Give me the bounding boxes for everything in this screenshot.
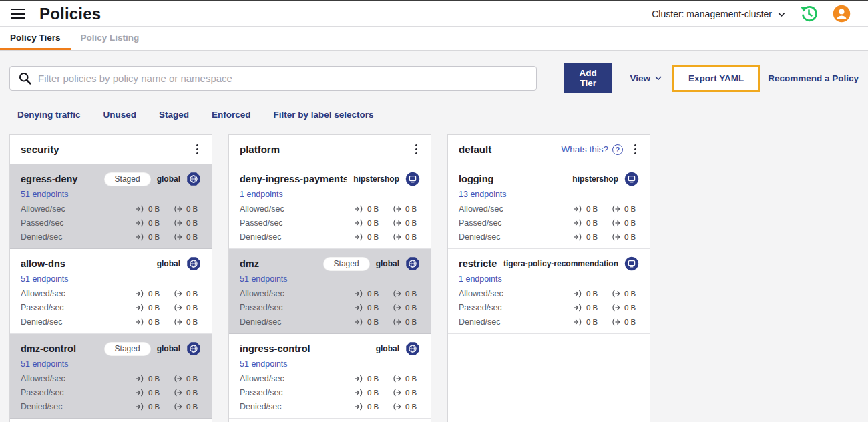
metric-row: Passed/sec 0 B 0 B xyxy=(459,303,639,312)
endpoints-link[interactable]: 1 endpoints xyxy=(459,274,502,284)
ingress-bytes: 0 B xyxy=(586,290,598,298)
ingress-icon xyxy=(135,389,145,397)
cluster-selector[interactable]: Cluster: management-cluster xyxy=(652,9,785,19)
quick-filter-filter-by-label-selectors[interactable]: Filter by label selectors xyxy=(274,110,374,120)
policy-card-dmz[interactable]: dmz Staged global 51 endpoints Allowed/s… xyxy=(229,249,431,334)
ingress-bytes: 0 B xyxy=(367,403,379,411)
egress-bytes: 0 B xyxy=(405,375,417,383)
ingress-icon xyxy=(135,290,145,298)
policy-card-deny-ingress-paymentservi[interactable]: deny-ingress-paymentservi… hipstershop 1… xyxy=(229,164,431,249)
policy-scope-label: global xyxy=(157,174,180,184)
user-avatar-icon[interactable] xyxy=(833,5,851,23)
egress-icon xyxy=(173,219,183,227)
global-octagon-icon xyxy=(186,256,201,271)
egress-icon xyxy=(392,304,402,312)
recommend-policy-button[interactable]: Recommend a Policy xyxy=(768,73,859,83)
policy-scope-label: global xyxy=(376,259,399,268)
metric-row: Passed/sec 0 B 0 B xyxy=(459,218,639,228)
egress-bytes: 0 B xyxy=(405,205,417,213)
ingress-bytes: 0 B xyxy=(148,318,160,326)
metric-label: Passed/sec xyxy=(459,218,573,228)
ingress-icon xyxy=(354,375,364,383)
endpoints-link[interactable]: 51 endpoints xyxy=(240,359,288,369)
metric-label: Passed/sec xyxy=(240,303,354,312)
endpoints-link[interactable]: 13 endpoints xyxy=(459,190,507,199)
ingress-icon xyxy=(573,233,583,241)
egress-bytes: 0 B xyxy=(624,233,636,241)
endpoints-link[interactable]: 51 endpoints xyxy=(21,359,69,369)
history-icon[interactable] xyxy=(800,5,818,23)
tab-bar: Policy Tiers Policy Listing xyxy=(0,27,868,51)
egress-icon xyxy=(611,318,621,326)
hamburger-menu-icon[interactable] xyxy=(11,9,25,19)
ingress-bytes: 0 B xyxy=(148,219,160,227)
view-button[interactable]: View xyxy=(630,73,662,83)
ingress-icon xyxy=(135,318,145,326)
egress-icon xyxy=(611,233,621,241)
egress-icon xyxy=(173,304,183,312)
tier-column-platform: platform ? deny-ingress-paymentservi… hi… xyxy=(228,134,431,422)
metric-row: Allowed/sec 0 B 0 B xyxy=(21,289,201,298)
policy-card-allow-dns[interactable]: allow-dns global 51 endpoints Allowed/se… xyxy=(10,249,212,334)
ingress-icon xyxy=(354,233,364,241)
metric-label: Allowed/sec xyxy=(459,204,573,214)
metric-label: Passed/sec xyxy=(21,388,135,397)
egress-bytes: 0 B xyxy=(405,304,417,312)
metric-label: Passed/sec xyxy=(240,388,354,397)
egress-bytes: 0 B xyxy=(186,389,198,397)
ingress-icon xyxy=(573,290,583,298)
metric-label: Passed/sec xyxy=(459,303,573,312)
ingress-icon xyxy=(573,318,583,326)
policy-card-logging[interactable]: logging hipstershop 13 endpoints Allowed… xyxy=(448,164,650,249)
tier-menu-kebab-icon[interactable] xyxy=(632,142,639,156)
metric-row: Passed/sec 0 B 0 B xyxy=(21,303,201,312)
egress-bytes: 0 B xyxy=(186,304,198,312)
egress-icon xyxy=(173,318,183,326)
metric-label: Allowed/sec xyxy=(21,204,135,214)
egress-bytes: 0 B xyxy=(624,318,636,326)
policy-name: dmz xyxy=(240,258,316,269)
egress-bytes: 0 B xyxy=(186,403,198,411)
metric-row: Allowed/sec 0 B 0 B xyxy=(240,289,420,298)
tier-menu-kebab-icon[interactable] xyxy=(194,142,201,156)
policy-card-dmz-control[interactable]: dmz-control Staged global 51 endpoints A… xyxy=(10,334,212,419)
endpoints-link[interactable]: 51 endpoints xyxy=(240,274,288,284)
app-header: Policies Cluster: management-cluster xyxy=(0,1,868,27)
metric-label: Allowed/sec xyxy=(21,289,135,298)
policy-card-egress-deny[interactable]: egress-deny Staged global 51 endpoints A… xyxy=(10,164,212,249)
endpoints-link[interactable]: 51 endpoints xyxy=(21,274,69,284)
policy-name: allow-dns xyxy=(21,258,150,269)
tier-menu-kebab-icon[interactable] xyxy=(413,142,420,156)
staged-badge: Staged xyxy=(104,342,151,356)
global-octagon-icon xyxy=(405,256,420,271)
egress-icon xyxy=(392,403,402,411)
add-tier-button[interactable]: Add Tier xyxy=(564,63,612,93)
whats-this-link[interactable]: Whats this? ? xyxy=(561,144,623,155)
metric-row: Denied/sec 0 B 0 B xyxy=(21,232,201,242)
export-yaml-button[interactable]: Export YAML xyxy=(688,73,744,83)
egress-icon xyxy=(392,375,402,383)
endpoints-link[interactable]: 1 endpoints xyxy=(240,190,283,199)
quick-filter-unused[interactable]: Unused xyxy=(103,110,137,120)
egress-icon xyxy=(392,389,402,397)
policy-search-input[interactable] xyxy=(38,73,528,84)
tab-policy-listing[interactable]: Policy Listing xyxy=(71,27,150,50)
policy-card-restricted[interactable]: restricted tigera-policy-recommendation … xyxy=(448,249,650,334)
ingress-icon xyxy=(135,375,145,383)
egress-icon xyxy=(173,403,183,411)
ingress-icon xyxy=(135,219,145,227)
quick-filter-denying-traffic[interactable]: Denying traffic xyxy=(17,110,81,120)
egress-bytes: 0 B xyxy=(186,318,198,326)
endpoints-link[interactable]: 51 endpoints xyxy=(21,190,69,199)
quick-filter-enforced[interactable]: Enforced xyxy=(212,110,251,120)
policy-name: dmz-control xyxy=(21,343,97,354)
egress-bytes: 0 B xyxy=(405,403,417,411)
ingress-bytes: 0 B xyxy=(148,389,160,397)
tab-policy-tiers[interactable]: Policy Tiers xyxy=(0,27,71,50)
search-icon xyxy=(18,71,32,85)
policy-card-ingress-control[interactable]: ingress-control global 51 endpoints Allo… xyxy=(229,334,431,419)
egress-bytes: 0 B xyxy=(405,318,417,326)
ingress-icon xyxy=(354,389,364,397)
quick-filter-staged[interactable]: Staged xyxy=(159,110,189,120)
metric-label: Passed/sec xyxy=(240,218,354,228)
